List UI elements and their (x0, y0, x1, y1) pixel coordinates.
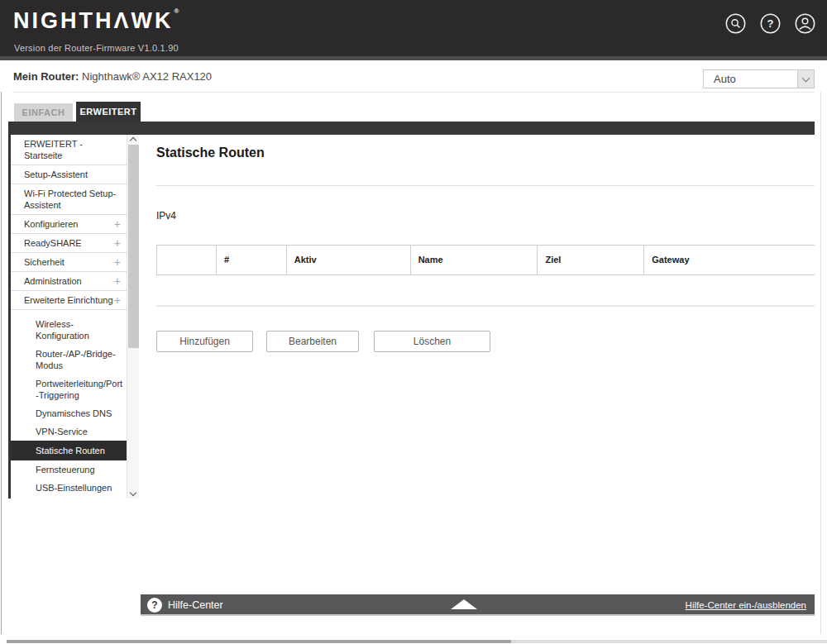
registered-mark: ® (174, 7, 179, 15)
sidebar-item-setup-assistent[interactable]: Setup-Assistent (11, 165, 127, 184)
plus-icon: + (114, 218, 121, 230)
chevron-down-icon (802, 74, 810, 83)
plus-icon: + (114, 294, 121, 306)
sidebar-item-readyshare[interactable]: ReadySHARE + (11, 234, 127, 253)
ipv4-section-label: IPv4 (156, 210, 176, 222)
table-column-ziel: Ziel (538, 246, 644, 274)
language-dropdown-button[interactable] (797, 70, 814, 88)
sidebar-item-label: Setup-Assistent (24, 169, 88, 179)
scroll-up-icon[interactable] (130, 137, 136, 144)
search-icon[interactable] (725, 13, 746, 34)
edit-route-button[interactable]: Bearbeiten (266, 331, 359, 352)
my-router-label: Mein Router: Nighthawk® AX12 RAX120 (13, 70, 212, 83)
help-center-bar: ? Hilfe-Center Hilfe-Center ein-/ausblen… (141, 594, 815, 616)
account-icon[interactable] (795, 13, 815, 34)
logo-text: NIGHTH (13, 8, 114, 33)
language-dropdown-value: Auto (714, 73, 736, 85)
table-bottom-divider (156, 305, 815, 307)
sidebar-subitem-upnp[interactable]: UPnP (11, 497, 127, 499)
horizontal-scrollbar-thumb[interactable] (7, 640, 511, 643)
sidebar-item-konfigurieren[interactable]: Konfigurieren + (11, 215, 127, 234)
collapse-triangle-icon[interactable] (451, 599, 477, 609)
sidebar-item-label: Konfigurieren (24, 219, 78, 229)
router-info-bar: Mein Router: Nighthawk® AX12 RAX120 Auto (0, 60, 827, 92)
add-route-button[interactable]: Hinzufügen (156, 331, 253, 352)
sidebar-subitem-portweiterleitung[interactable]: Portweiterleitung/Port-Triggering (11, 374, 127, 404)
plus-icon: + (114, 256, 121, 268)
my-router-prefix: Mein Router: (13, 70, 79, 83)
horizontal-scrollbar[interactable] (7, 640, 827, 643)
sidebar-subitem-vpn-service[interactable]: VPN-Service (11, 422, 127, 441)
page-title: Statische Routen (156, 145, 265, 160)
table-column-aktiv: Aktiv (287, 246, 411, 274)
sidebar-item-label: ERWEITERT - Startseite (24, 139, 83, 160)
tab-underline-bar (8, 122, 815, 135)
sidebar-item-administration[interactable]: Administration + (11, 272, 127, 291)
sidebar-subitem-router-ap-bridge-modus[interactable]: Router-/AP-/Bridge-Modus (11, 345, 127, 374)
logo-stylized-a: Λ (114, 8, 131, 33)
window-frame-left (1, 60, 2, 634)
sidebar-item-label: ReadySHARE (24, 238, 82, 248)
sidebar-submenu: Wireless-Konfiguration Router-/AP-/Bridg… (11, 315, 127, 499)
firmware-version-label: Version der Router-Firmware V1.0.1.90 (14, 43, 179, 53)
static-routes-table-header: # Aktiv Name Ziel Gateway (156, 245, 815, 275)
language-dropdown[interactable]: Auto (703, 69, 815, 88)
tab-einfach[interactable]: EINFACH (14, 103, 73, 122)
logo-text: WK (131, 8, 174, 33)
plus-icon: + (114, 275, 121, 287)
app-header: NIGHTHΛWK® Version der Router-Firmware V… (0, 0, 827, 56)
nighthawk-logo: NIGHTHΛWK® (13, 7, 179, 34)
sidebar-item-erweiterte-einrichtung[interactable]: Erweiterte Einrichtung + (11, 291, 127, 310)
sidebar-subitem-wireless-konfiguration[interactable]: Wireless-Konfiguration (11, 315, 127, 345)
help-center-toggle-link[interactable]: Hilfe-Center ein-/ausblenden (686, 594, 806, 616)
tab-erweitert[interactable]: ERWEITERT (76, 102, 141, 122)
sidebar-scrollbar-thumb[interactable] (128, 145, 139, 348)
sidebar-item-label: Erweiterte Einrichtung (24, 295, 113, 305)
sidebar-subitem-fernsteuerung[interactable]: Fernsteuerung (11, 460, 127, 479)
scroll-down-icon[interactable] (130, 489, 136, 496)
sidebar-subitem-dynamisches-dns[interactable]: Dynamisches DNS (11, 404, 127, 422)
router-bar-divider (12, 92, 815, 93)
table-column-select (157, 246, 217, 274)
delete-route-button[interactable]: Löschen (374, 331, 490, 352)
table-column-name: Name (411, 246, 538, 274)
plus-icon: + (114, 237, 121, 249)
help-center-label: Hilfe-Center (168, 594, 223, 616)
help-circle-icon: ? (147, 598, 162, 613)
table-column-gateway: Gateway (644, 246, 815, 274)
sidebar-item-erweitert-startseite[interactable]: ERWEITERT - Startseite (11, 135, 127, 165)
sidebar-item-label: Sicherheit (24, 257, 65, 267)
window-frame-right (820, 60, 821, 634)
sidebar-item-wps-assistent[interactable]: Wi-Fi Protected Setup-Assistent (11, 184, 127, 215)
sidebar-subitem-usb-einstellungen[interactable]: USB-Einstellungen (11, 479, 127, 497)
table-column-number: # (217, 246, 287, 274)
sidebar-item-label: Wi-Fi Protected Setup-Assistent (24, 188, 116, 210)
sidebar-nav: ERWEITERT - Startseite Setup-Assistent W… (11, 135, 127, 499)
sidebar-scrollbar[interactable] (127, 135, 139, 499)
router-admin-page: NIGHTHΛWK® Version der Router-Firmware V… (0, 0, 827, 644)
sidebar-item-sicherheit[interactable]: Sicherheit + (11, 253, 127, 272)
sidebar-item-label: Administration (24, 276, 82, 286)
svg-text:?: ? (767, 17, 774, 30)
sidebar-subitem-statische-routen[interactable]: Statische Routen (11, 441, 127, 460)
help-icon[interactable]: ? (760, 13, 781, 34)
title-divider (156, 185, 815, 186)
router-model: Nighthawk® AX12 RAX120 (82, 70, 212, 83)
